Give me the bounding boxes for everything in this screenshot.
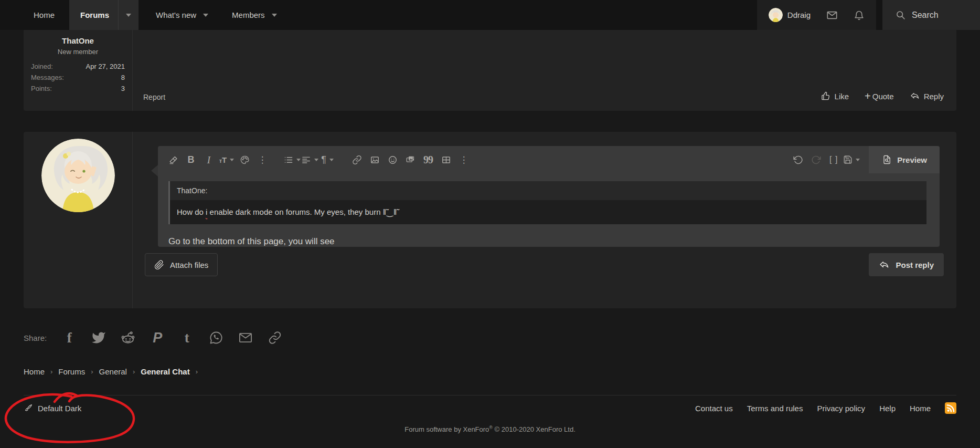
insert-image-button[interactable] (366, 151, 384, 169)
inbox-button[interactable] (826, 9, 838, 21)
save-icon (843, 155, 853, 164)
nav-home[interactable]: Home (24, 0, 65, 30)
share-reddit[interactable] (120, 330, 136, 346)
copyright-text: Forum software by XenForo (404, 425, 489, 433)
insert-link-button[interactable] (348, 151, 366, 169)
brackets-icon: [ ] (829, 155, 838, 164)
post-author[interactable]: ThatOne (31, 35, 125, 45)
alerts-button[interactable] (854, 9, 865, 21)
avatar[interactable] (41, 139, 115, 212)
reply-draft-text[interactable]: Go to the bottom of this page, you will … (168, 236, 926, 247)
share-pinterest[interactable]: P (150, 330, 165, 346)
quote-button[interactable]: + Quote (865, 91, 894, 101)
nav-whats-new[interactable]: What's new (146, 0, 208, 30)
nav-forums[interactable]: Forums (69, 0, 118, 30)
insert-quote-button[interactable]: 99 (419, 151, 437, 169)
editor-content[interactable]: ThatOne: How do i enable dark mode on fo… (158, 173, 940, 247)
share-email[interactable] (238, 330, 253, 346)
quote-label: Quote (872, 92, 894, 101)
breadcrumb-home[interactable]: Home (24, 367, 45, 376)
bbcode-toggle-button[interactable]: [ ] (825, 151, 843, 169)
italic-glyph: I (207, 155, 210, 165)
nav-forums-dropdown[interactable] (118, 0, 139, 30)
toolbar-left-group: B I тT ⋮ (158, 146, 473, 173)
insert-media-button[interactable] (401, 151, 419, 169)
chevron-right-icon: › (196, 368, 198, 376)
share-twitter[interactable] (91, 330, 106, 346)
alignment-button[interactable] (301, 151, 318, 169)
mail-icon (826, 9, 838, 21)
quote-block: ThatOne: How do i enable dark mode on fo… (168, 181, 926, 224)
redo-button[interactable] (807, 151, 825, 169)
share-facebook[interactable]: f (61, 330, 77, 346)
footer-link-help[interactable]: Help (879, 404, 896, 413)
reddit-icon (120, 330, 136, 346)
whatsapp-icon (209, 330, 223, 345)
paragraph-format-button[interactable]: ¶ (318, 151, 336, 169)
page-body: ThatOne New member Joined: Apr 27, 2021 … (0, 30, 980, 433)
breadcrumb-general-chat[interactable]: General Chat (141, 367, 189, 376)
font-size-button[interactable]: тT (218, 151, 236, 169)
more-options-button-2[interactable]: ⋮ (455, 151, 473, 169)
share-row: Share: f P t (24, 330, 956, 346)
quote-text: How do i enable dark mode on forums. My … (170, 200, 926, 224)
reply-arrow-icon (879, 259, 890, 270)
rss-icon (945, 402, 956, 414)
bold-button[interactable]: B (182, 151, 200, 169)
thumbs-up-icon (821, 91, 831, 101)
chevron-right-icon: › (133, 368, 135, 376)
mail-icon (238, 330, 253, 345)
post-author-stats: Joined: Apr 27, 2021 Messages: 8 Points:… (31, 61, 125, 94)
drafts-button[interactable] (843, 151, 860, 169)
account-menu[interactable]: Ddraig (757, 0, 876, 30)
more-options-button[interactable]: ⋮ (253, 151, 271, 169)
editor-footer-row: Attach files Post reply (145, 253, 944, 276)
breadcrumb-forums[interactable]: Forums (58, 367, 85, 376)
undo-button[interactable] (789, 151, 807, 169)
reply-button[interactable]: Reply (910, 91, 944, 101)
post-reply-button[interactable]: Post reply (869, 253, 944, 276)
top-navbar: Home Forums What's new Members Ddraig Se… (0, 0, 980, 30)
footer-bar: Default Dark Contact us Terms and rules … (24, 395, 956, 420)
eraser-icon (168, 155, 178, 165)
palette-icon (240, 155, 250, 165)
attach-files-button[interactable]: Attach files (145, 253, 218, 276)
insert-smilie-button[interactable] (384, 151, 401, 169)
reply-avatar-cell (24, 132, 133, 308)
like-label: Like (835, 92, 849, 101)
style-chooser-button[interactable]: Default Dark (24, 403, 81, 413)
italic-button[interactable]: I (200, 151, 218, 169)
stat-row: Messages: 8 (31, 72, 125, 83)
post-content-cell: Report Like + Quote Reply (133, 30, 956, 111)
nav-forums-tab: Forums (69, 0, 139, 30)
chevron-down-icon (856, 159, 860, 161)
search-label: Search (912, 11, 939, 20)
post-message: ThatOne New member Joined: Apr 27, 2021 … (24, 30, 956, 111)
insert-table-button[interactable] (437, 151, 455, 169)
footer-link-contact-us[interactable]: Contact us (695, 404, 733, 413)
remove-formatting-button[interactable] (164, 151, 182, 169)
nav-members[interactable]: Members (222, 0, 277, 30)
chevron-right-icon: › (50, 368, 52, 376)
breadcrumb-general[interactable]: General (99, 367, 127, 376)
rich-text-editor: B I тT ⋮ (158, 146, 940, 247)
share-whatsapp[interactable] (208, 330, 224, 346)
post-actions: Like + Quote Reply (821, 91, 944, 101)
preview-button[interactable]: Preview (869, 146, 940, 173)
share-tumblr[interactable]: t (179, 330, 195, 346)
share-link[interactable] (267, 330, 283, 346)
footer-link-home[interactable]: Home (910, 404, 931, 413)
chevron-down-icon (272, 14, 277, 17)
text-color-button[interactable] (236, 151, 253, 169)
search-button[interactable]: Search (882, 0, 980, 30)
report-link[interactable]: Report (143, 93, 165, 101)
like-button[interactable]: Like (821, 91, 849, 101)
footer-link-privacy[interactable]: Privacy policy (817, 404, 865, 413)
share-label: Share: (24, 334, 47, 342)
footer-link-terms[interactable]: Terms and rules (747, 404, 803, 413)
rss-button[interactable] (945, 402, 956, 414)
font-size-glyph: тT (219, 156, 227, 164)
nav-members-label: Members (222, 11, 265, 19)
quote-attribution: ThatOne: (170, 181, 926, 200)
list-button[interactable] (283, 151, 301, 169)
